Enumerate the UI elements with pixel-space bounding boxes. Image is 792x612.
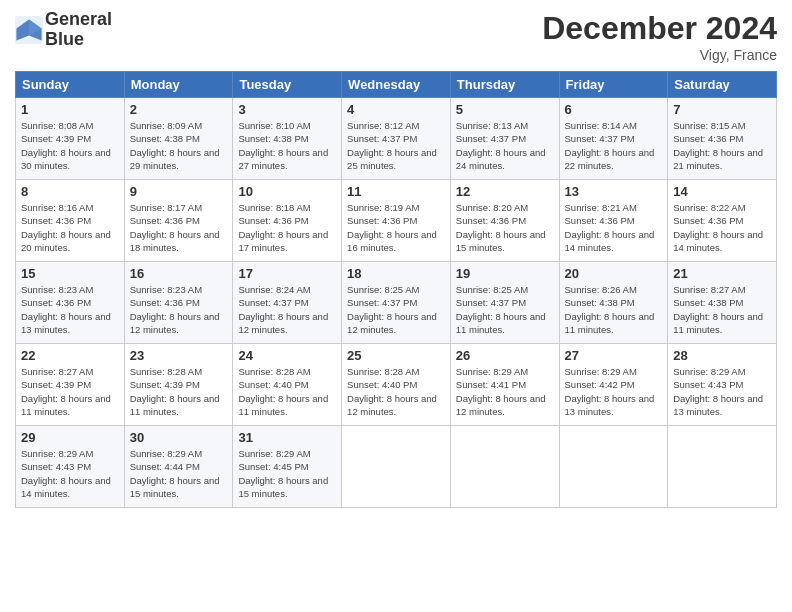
day-info: Sunrise: 8:12 AMSunset: 4:37 PMDaylight:… [347, 120, 437, 171]
day-cell: 9Sunrise: 8:17 AMSunset: 4:36 PMDaylight… [124, 180, 233, 262]
day-cell: 31Sunrise: 8:29 AMSunset: 4:45 PMDayligh… [233, 426, 342, 508]
day-info: Sunrise: 8:28 AMSunset: 4:40 PMDaylight:… [238, 366, 328, 417]
day-cell: 10Sunrise: 8:18 AMSunset: 4:36 PMDayligh… [233, 180, 342, 262]
logo-line2: Blue [45, 30, 112, 50]
day-info: Sunrise: 8:23 AMSunset: 4:36 PMDaylight:… [21, 284, 111, 335]
day-info: Sunrise: 8:16 AMSunset: 4:36 PMDaylight:… [21, 202, 111, 253]
day-info: Sunrise: 8:14 AMSunset: 4:37 PMDaylight:… [565, 120, 655, 171]
week-row-4: 22Sunrise: 8:27 AMSunset: 4:39 PMDayligh… [16, 344, 777, 426]
header-cell-thursday: Thursday [450, 72, 559, 98]
logo-icon [15, 16, 43, 44]
day-number: 8 [21, 184, 119, 199]
day-cell: 5Sunrise: 8:13 AMSunset: 4:37 PMDaylight… [450, 98, 559, 180]
day-info: Sunrise: 8:28 AMSunset: 4:40 PMDaylight:… [347, 366, 437, 417]
title-area: December 2024 Vigy, France [542, 10, 777, 63]
week-row-1: 1Sunrise: 8:08 AMSunset: 4:39 PMDaylight… [16, 98, 777, 180]
day-number: 24 [238, 348, 336, 363]
day-number: 3 [238, 102, 336, 117]
day-cell: 2Sunrise: 8:09 AMSunset: 4:38 PMDaylight… [124, 98, 233, 180]
day-number: 30 [130, 430, 228, 445]
day-cell: 20Sunrise: 8:26 AMSunset: 4:38 PMDayligh… [559, 262, 668, 344]
day-info: Sunrise: 8:29 AMSunset: 4:41 PMDaylight:… [456, 366, 546, 417]
day-info: Sunrise: 8:09 AMSunset: 4:38 PMDaylight:… [130, 120, 220, 171]
day-number: 10 [238, 184, 336, 199]
day-number: 25 [347, 348, 445, 363]
day-cell: 3Sunrise: 8:10 AMSunset: 4:38 PMDaylight… [233, 98, 342, 180]
logo-line1: General [45, 10, 112, 30]
day-number: 13 [565, 184, 663, 199]
day-number: 9 [130, 184, 228, 199]
page-container: General Blue December 2024 Vigy, France … [0, 0, 792, 518]
logo-text: General Blue [45, 10, 112, 50]
day-info: Sunrise: 8:29 AMSunset: 4:45 PMDaylight:… [238, 448, 328, 499]
day-number: 28 [673, 348, 771, 363]
day-cell: 6Sunrise: 8:14 AMSunset: 4:37 PMDaylight… [559, 98, 668, 180]
day-cell: 18Sunrise: 8:25 AMSunset: 4:37 PMDayligh… [342, 262, 451, 344]
day-info: Sunrise: 8:15 AMSunset: 4:36 PMDaylight:… [673, 120, 763, 171]
day-info: Sunrise: 8:24 AMSunset: 4:37 PMDaylight:… [238, 284, 328, 335]
day-cell: 30Sunrise: 8:29 AMSunset: 4:44 PMDayligh… [124, 426, 233, 508]
day-cell: 16Sunrise: 8:23 AMSunset: 4:36 PMDayligh… [124, 262, 233, 344]
day-number: 12 [456, 184, 554, 199]
day-cell [668, 426, 777, 508]
day-cell: 29Sunrise: 8:29 AMSunset: 4:43 PMDayligh… [16, 426, 125, 508]
day-number: 19 [456, 266, 554, 281]
day-info: Sunrise: 8:29 AMSunset: 4:43 PMDaylight:… [21, 448, 111, 499]
day-cell: 22Sunrise: 8:27 AMSunset: 4:39 PMDayligh… [16, 344, 125, 426]
day-number: 31 [238, 430, 336, 445]
location: Vigy, France [542, 47, 777, 63]
header-cell-monday: Monday [124, 72, 233, 98]
day-cell: 24Sunrise: 8:28 AMSunset: 4:40 PMDayligh… [233, 344, 342, 426]
day-number: 20 [565, 266, 663, 281]
header-cell-sunday: Sunday [16, 72, 125, 98]
header-cell-wednesday: Wednesday [342, 72, 451, 98]
day-cell: 14Sunrise: 8:22 AMSunset: 4:36 PMDayligh… [668, 180, 777, 262]
day-info: Sunrise: 8:26 AMSunset: 4:38 PMDaylight:… [565, 284, 655, 335]
header-cell-saturday: Saturday [668, 72, 777, 98]
day-info: Sunrise: 8:17 AMSunset: 4:36 PMDaylight:… [130, 202, 220, 253]
page-header: General Blue December 2024 Vigy, France [15, 10, 777, 63]
day-cell: 17Sunrise: 8:24 AMSunset: 4:37 PMDayligh… [233, 262, 342, 344]
day-info: Sunrise: 8:29 AMSunset: 4:42 PMDaylight:… [565, 366, 655, 417]
header-cell-tuesday: Tuesday [233, 72, 342, 98]
day-number: 21 [673, 266, 771, 281]
day-cell: 1Sunrise: 8:08 AMSunset: 4:39 PMDaylight… [16, 98, 125, 180]
day-info: Sunrise: 8:29 AMSunset: 4:43 PMDaylight:… [673, 366, 763, 417]
day-info: Sunrise: 8:28 AMSunset: 4:39 PMDaylight:… [130, 366, 220, 417]
day-number: 14 [673, 184, 771, 199]
day-info: Sunrise: 8:10 AMSunset: 4:38 PMDaylight:… [238, 120, 328, 171]
day-cell: 8Sunrise: 8:16 AMSunset: 4:36 PMDaylight… [16, 180, 125, 262]
day-info: Sunrise: 8:22 AMSunset: 4:36 PMDaylight:… [673, 202, 763, 253]
day-number: 5 [456, 102, 554, 117]
day-cell: 25Sunrise: 8:28 AMSunset: 4:40 PMDayligh… [342, 344, 451, 426]
day-cell: 7Sunrise: 8:15 AMSunset: 4:36 PMDaylight… [668, 98, 777, 180]
header-row: SundayMondayTuesdayWednesdayThursdayFrid… [16, 72, 777, 98]
day-number: 2 [130, 102, 228, 117]
day-info: Sunrise: 8:18 AMSunset: 4:36 PMDaylight:… [238, 202, 328, 253]
day-number: 26 [456, 348, 554, 363]
calendar-table: SundayMondayTuesdayWednesdayThursdayFrid… [15, 71, 777, 508]
week-row-5: 29Sunrise: 8:29 AMSunset: 4:43 PMDayligh… [16, 426, 777, 508]
day-number: 16 [130, 266, 228, 281]
day-info: Sunrise: 8:08 AMSunset: 4:39 PMDaylight:… [21, 120, 111, 171]
day-number: 27 [565, 348, 663, 363]
day-info: Sunrise: 8:27 AMSunset: 4:39 PMDaylight:… [21, 366, 111, 417]
day-info: Sunrise: 8:23 AMSunset: 4:36 PMDaylight:… [130, 284, 220, 335]
day-number: 29 [21, 430, 119, 445]
day-number: 15 [21, 266, 119, 281]
day-cell [342, 426, 451, 508]
day-info: Sunrise: 8:20 AMSunset: 4:36 PMDaylight:… [456, 202, 546, 253]
week-row-3: 15Sunrise: 8:23 AMSunset: 4:36 PMDayligh… [16, 262, 777, 344]
calendar-header: SundayMondayTuesdayWednesdayThursdayFrid… [16, 72, 777, 98]
day-cell: 28Sunrise: 8:29 AMSunset: 4:43 PMDayligh… [668, 344, 777, 426]
day-cell: 12Sunrise: 8:20 AMSunset: 4:36 PMDayligh… [450, 180, 559, 262]
day-info: Sunrise: 8:19 AMSunset: 4:36 PMDaylight:… [347, 202, 437, 253]
day-number: 11 [347, 184, 445, 199]
day-info: Sunrise: 8:29 AMSunset: 4:44 PMDaylight:… [130, 448, 220, 499]
day-info: Sunrise: 8:27 AMSunset: 4:38 PMDaylight:… [673, 284, 763, 335]
week-row-2: 8Sunrise: 8:16 AMSunset: 4:36 PMDaylight… [16, 180, 777, 262]
day-info: Sunrise: 8:13 AMSunset: 4:37 PMDaylight:… [456, 120, 546, 171]
month-title: December 2024 [542, 10, 777, 47]
day-number: 18 [347, 266, 445, 281]
day-number: 1 [21, 102, 119, 117]
